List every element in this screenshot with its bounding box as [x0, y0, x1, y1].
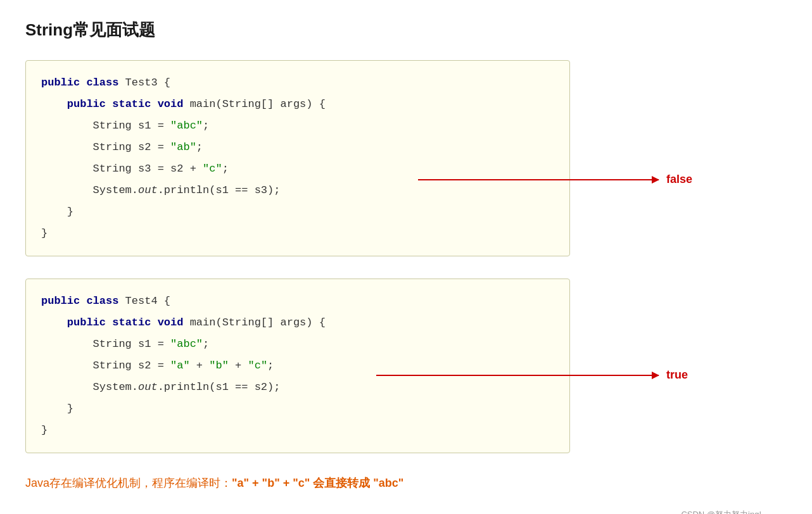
arrow-label-2: true — [666, 368, 688, 382]
code-line: String s2 = "ab"; — [41, 137, 554, 158]
code-line: } — [41, 398, 554, 420]
code-block-2: public class Test4 { public static void … — [25, 279, 787, 453]
page-container: String常见面试题 public class Test3 { public … — [25, 19, 787, 514]
code-line: public class Test3 { — [41, 72, 554, 94]
code-line: String s1 = "abc"; — [41, 334, 554, 355]
code-line: public static void main(String[] args) { — [41, 94, 554, 115]
code-line: public static void main(String[] args) { — [41, 312, 554, 334]
note-bold: 会直接转成 "abc" — [310, 477, 403, 489]
page-title: String常见面试题 — [25, 19, 787, 41]
arrow-label-1: false — [666, 173, 692, 186]
arrow-2: true — [376, 368, 688, 382]
code-line: } — [41, 223, 554, 244]
code-box-1: public class Test3 { public static void … — [25, 60, 570, 256]
bottom-note: Java存在编译优化机制，程序在编译时："a" + "b" + "c" 会直接转… — [25, 475, 787, 491]
code-line: } — [41, 201, 554, 223]
arrow-1: false — [418, 173, 692, 186]
code-block-1: public class Test3 { public static void … — [25, 60, 787, 256]
arrow-line-1 — [418, 179, 659, 180]
code-line: } — [41, 420, 554, 441]
note-middle: "a" + "b" + "c" — [232, 477, 310, 489]
code-line: public class Test4 { — [41, 291, 554, 312]
code-box-2: public class Test4 { public static void … — [25, 279, 570, 453]
note-prefix: Java存在编译优化机制，程序在编译时： — [25, 477, 232, 489]
watermark: CSDN @努力努力ing! — [681, 509, 761, 514]
arrow-line-2 — [376, 375, 659, 376]
code-line: String s1 = "abc"; — [41, 115, 554, 137]
